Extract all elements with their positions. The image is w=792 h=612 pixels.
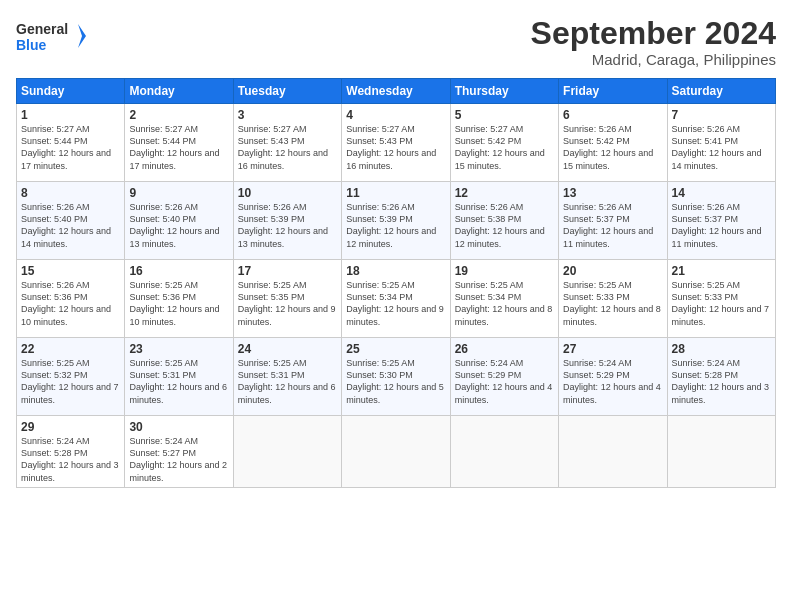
day-info: Sunrise: 5:25 AMSunset: 5:34 PMDaylight:…: [455, 280, 553, 326]
day-cell-4: 4 Sunrise: 5:27 AMSunset: 5:43 PMDayligh…: [342, 104, 450, 182]
day-number: 26: [455, 342, 554, 356]
week-row-4: 22 Sunrise: 5:25 AMSunset: 5:32 PMDaylig…: [17, 338, 776, 416]
day-cell-26: 26 Sunrise: 5:24 AMSunset: 5:29 PMDaylig…: [450, 338, 558, 416]
day-cell-28: 28 Sunrise: 5:24 AMSunset: 5:28 PMDaylig…: [667, 338, 775, 416]
day-cell-29: 29 Sunrise: 5:24 AMSunset: 5:28 PMDaylig…: [17, 416, 125, 488]
day-number: 1: [21, 108, 120, 122]
day-cell-24: 24 Sunrise: 5:25 AMSunset: 5:31 PMDaylig…: [233, 338, 341, 416]
day-number: 13: [563, 186, 662, 200]
day-number: 21: [672, 264, 771, 278]
day-number: 14: [672, 186, 771, 200]
week-row-2: 8 Sunrise: 5:26 AMSunset: 5:40 PMDayligh…: [17, 182, 776, 260]
day-number: 15: [21, 264, 120, 278]
day-cell-5: 5 Sunrise: 5:27 AMSunset: 5:42 PMDayligh…: [450, 104, 558, 182]
day-number: 10: [238, 186, 337, 200]
day-cell-27: 27 Sunrise: 5:24 AMSunset: 5:29 PMDaylig…: [559, 338, 667, 416]
col-monday: Monday: [125, 79, 233, 104]
day-info: Sunrise: 5:26 AMSunset: 5:39 PMDaylight:…: [346, 202, 436, 248]
logo-svg: General Blue: [16, 16, 86, 56]
day-cell-22: 22 Sunrise: 5:25 AMSunset: 5:32 PMDaylig…: [17, 338, 125, 416]
day-cell-7: 7 Sunrise: 5:26 AMSunset: 5:41 PMDayligh…: [667, 104, 775, 182]
day-info: Sunrise: 5:27 AMSunset: 5:44 PMDaylight:…: [129, 124, 219, 170]
day-info: Sunrise: 5:26 AMSunset: 5:42 PMDaylight:…: [563, 124, 653, 170]
svg-text:Blue: Blue: [16, 37, 47, 53]
location-subtitle: Madrid, Caraga, Philippines: [531, 51, 776, 68]
col-saturday: Saturday: [667, 79, 775, 104]
day-cell-18: 18 Sunrise: 5:25 AMSunset: 5:34 PMDaylig…: [342, 260, 450, 338]
calendar-table: Sunday Monday Tuesday Wednesday Thursday…: [16, 78, 776, 488]
day-info: Sunrise: 5:26 AMSunset: 5:38 PMDaylight:…: [455, 202, 545, 248]
day-cell-1: 1 Sunrise: 5:27 AMSunset: 5:44 PMDayligh…: [17, 104, 125, 182]
week-row-1: 1 Sunrise: 5:27 AMSunset: 5:44 PMDayligh…: [17, 104, 776, 182]
logo: General Blue: [16, 16, 86, 56]
day-info: Sunrise: 5:26 AMSunset: 5:41 PMDaylight:…: [672, 124, 762, 170]
page-header: General Blue September 2024 Madrid, Cara…: [16, 16, 776, 68]
day-info: Sunrise: 5:25 AMSunset: 5:31 PMDaylight:…: [129, 358, 227, 404]
day-cell-15: 15 Sunrise: 5:26 AMSunset: 5:36 PMDaylig…: [17, 260, 125, 338]
day-number: 16: [129, 264, 228, 278]
day-cell-2: 2 Sunrise: 5:27 AMSunset: 5:44 PMDayligh…: [125, 104, 233, 182]
title-block: September 2024 Madrid, Caraga, Philippin…: [531, 16, 776, 68]
col-tuesday: Tuesday: [233, 79, 341, 104]
day-cell-10: 10 Sunrise: 5:26 AMSunset: 5:39 PMDaylig…: [233, 182, 341, 260]
day-info: Sunrise: 5:26 AMSunset: 5:39 PMDaylight:…: [238, 202, 328, 248]
col-friday: Friday: [559, 79, 667, 104]
day-number: 25: [346, 342, 445, 356]
day-info: Sunrise: 5:25 AMSunset: 5:30 PMDaylight:…: [346, 358, 444, 404]
day-cell-19: 19 Sunrise: 5:25 AMSunset: 5:34 PMDaylig…: [450, 260, 558, 338]
day-info: Sunrise: 5:24 AMSunset: 5:28 PMDaylight:…: [672, 358, 770, 404]
col-thursday: Thursday: [450, 79, 558, 104]
day-number: 19: [455, 264, 554, 278]
header-row: Sunday Monday Tuesday Wednesday Thursday…: [17, 79, 776, 104]
day-number: 12: [455, 186, 554, 200]
day-cell-11: 11 Sunrise: 5:26 AMSunset: 5:39 PMDaylig…: [342, 182, 450, 260]
day-info: Sunrise: 5:27 AMSunset: 5:43 PMDaylight:…: [346, 124, 436, 170]
day-cell-8: 8 Sunrise: 5:26 AMSunset: 5:40 PMDayligh…: [17, 182, 125, 260]
day-number: 28: [672, 342, 771, 356]
day-cell-13: 13 Sunrise: 5:26 AMSunset: 5:37 PMDaylig…: [559, 182, 667, 260]
day-info: Sunrise: 5:26 AMSunset: 5:40 PMDaylight:…: [21, 202, 111, 248]
day-cell-9: 9 Sunrise: 5:26 AMSunset: 5:40 PMDayligh…: [125, 182, 233, 260]
day-info: Sunrise: 5:25 AMSunset: 5:33 PMDaylight:…: [563, 280, 661, 326]
day-info: Sunrise: 5:26 AMSunset: 5:40 PMDaylight:…: [129, 202, 219, 248]
day-cell-3: 3 Sunrise: 5:27 AMSunset: 5:43 PMDayligh…: [233, 104, 341, 182]
day-cell-21: 21 Sunrise: 5:25 AMSunset: 5:33 PMDaylig…: [667, 260, 775, 338]
day-number: 9: [129, 186, 228, 200]
empty-cell: [342, 416, 450, 488]
empty-cell: [450, 416, 558, 488]
day-info: Sunrise: 5:25 AMSunset: 5:31 PMDaylight:…: [238, 358, 336, 404]
day-info: Sunrise: 5:25 AMSunset: 5:33 PMDaylight:…: [672, 280, 770, 326]
day-cell-25: 25 Sunrise: 5:25 AMSunset: 5:30 PMDaylig…: [342, 338, 450, 416]
day-number: 17: [238, 264, 337, 278]
day-info: Sunrise: 5:25 AMSunset: 5:34 PMDaylight:…: [346, 280, 444, 326]
day-info: Sunrise: 5:26 AMSunset: 5:37 PMDaylight:…: [563, 202, 653, 248]
day-info: Sunrise: 5:24 AMSunset: 5:29 PMDaylight:…: [563, 358, 661, 404]
day-info: Sunrise: 5:27 AMSunset: 5:42 PMDaylight:…: [455, 124, 545, 170]
col-wednesday: Wednesday: [342, 79, 450, 104]
day-number: 23: [129, 342, 228, 356]
day-cell-20: 20 Sunrise: 5:25 AMSunset: 5:33 PMDaylig…: [559, 260, 667, 338]
day-info: Sunrise: 5:25 AMSunset: 5:36 PMDaylight:…: [129, 280, 219, 326]
day-number: 6: [563, 108, 662, 122]
day-cell-30: 30 Sunrise: 5:24 AMSunset: 5:27 PMDaylig…: [125, 416, 233, 488]
day-cell-6: 6 Sunrise: 5:26 AMSunset: 5:42 PMDayligh…: [559, 104, 667, 182]
empty-cell: [233, 416, 341, 488]
day-info: Sunrise: 5:25 AMSunset: 5:32 PMDaylight:…: [21, 358, 119, 404]
empty-cell: [667, 416, 775, 488]
day-cell-12: 12 Sunrise: 5:26 AMSunset: 5:38 PMDaylig…: [450, 182, 558, 260]
day-info: Sunrise: 5:26 AMSunset: 5:36 PMDaylight:…: [21, 280, 111, 326]
day-info: Sunrise: 5:27 AMSunset: 5:43 PMDaylight:…: [238, 124, 328, 170]
day-info: Sunrise: 5:27 AMSunset: 5:44 PMDaylight:…: [21, 124, 111, 170]
day-info: Sunrise: 5:24 AMSunset: 5:27 PMDaylight:…: [129, 436, 227, 482]
week-row-3: 15 Sunrise: 5:26 AMSunset: 5:36 PMDaylig…: [17, 260, 776, 338]
day-number: 5: [455, 108, 554, 122]
day-cell-14: 14 Sunrise: 5:26 AMSunset: 5:37 PMDaylig…: [667, 182, 775, 260]
day-number: 29: [21, 420, 120, 434]
month-title: September 2024: [531, 16, 776, 51]
col-sunday: Sunday: [17, 79, 125, 104]
day-number: 8: [21, 186, 120, 200]
day-number: 27: [563, 342, 662, 356]
day-number: 4: [346, 108, 445, 122]
week-row-5: 29 Sunrise: 5:24 AMSunset: 5:28 PMDaylig…: [17, 416, 776, 488]
day-number: 3: [238, 108, 337, 122]
